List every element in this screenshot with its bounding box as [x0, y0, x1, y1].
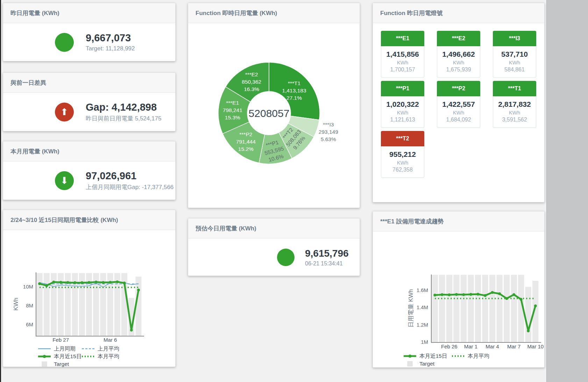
card-title: 預估今日用電量 (KWh) [188, 218, 360, 238]
tile-value: 1,422,557 [438, 100, 479, 109]
svg-text:10M: 10M [23, 284, 33, 290]
tile-unit: KWh [494, 110, 535, 116]
comparison-chart-legend: 上月同期上月平均本月近15日本月平均Target [38, 345, 126, 368]
stat-value: 9,667,073 [86, 32, 135, 44]
donut-center-total: 5208057 [249, 107, 290, 119]
legend-item[interactable]: 本月平均 [82, 353, 126, 360]
legend-thick-sample-icon [404, 353, 416, 359]
tile-target-value: 3,591,562 [494, 117, 535, 123]
svg-text:Mar 1: Mar 1 [464, 343, 477, 349]
legend-label: 上月同期 [54, 345, 76, 353]
device-tile-t2: ***T2955,212KWh762,358 [381, 131, 424, 178]
tile-value: 1,020,322 [382, 100, 423, 109]
device-tile-e1: ***E11,415,856KWh1,700,157 [381, 31, 424, 78]
tile-body: 1,422,557KWh1,684,092 [437, 96, 480, 128]
device-tiles-grid: ***E11,415,856KWh1,700,157***E21,496,662… [373, 23, 544, 178]
tile-unit: KWh [438, 110, 479, 116]
svg-text:1.4M: 1.4M [417, 304, 428, 310]
donut-slice-label: 798,241 [223, 107, 242, 113]
tile-status-header: ***T1 [493, 81, 536, 96]
svg-text:Feb 26: Feb 26 [441, 343, 458, 349]
card-title: ***E1 設備用電達成趨勢 [373, 211, 544, 231]
status-circle-icon [55, 33, 74, 52]
donut-slice-label: ***T1 [288, 80, 300, 86]
donut-slice-label: 293,149 [319, 129, 338, 135]
tile-unit: KWh [438, 60, 479, 65]
right-gutter [546, 0, 588, 382]
legend-item[interactable]: Target [404, 361, 452, 367]
card-yesterday-usage: 昨日用電量 (KWh) 9,667,073 Target: 11,128,992 [3, 3, 176, 61]
card-title: Function 昨日用電燈號 [373, 3, 544, 23]
arrow-up-icon: ⬆ [55, 103, 74, 121]
tile-unit: KWh [382, 60, 423, 65]
legend-thin-sample-icon [38, 346, 51, 352]
legend-item[interactable]: 上月平均 [82, 345, 126, 353]
tile-value: 1,415,856 [382, 50, 423, 58]
svg-text:Mar 4: Mar 4 [486, 343, 499, 349]
legend-label: 本月近15日 [54, 353, 82, 360]
svg-text:KWh: KWh [13, 298, 19, 311]
tile-status-header: ***E2 [437, 31, 480, 46]
card-realtime-donut: Function 即時日用電量 (KWh) ***T11,413,18327.1… [188, 3, 360, 208]
legend-label: 本月近15日 [419, 353, 447, 360]
legend-item[interactable]: Target [38, 361, 82, 367]
donut-slice-label: 1,413,183 [282, 88, 306, 93]
tile-target-value: 1,121,613 [382, 117, 423, 123]
tile-body: 1,496,662KWh1,675,939 [437, 46, 480, 78]
stat-subtitle: Target: 11,128,992 [86, 45, 135, 52]
legend-item[interactable]: 本月近15日 [38, 353, 82, 360]
legend-label: 本月平均 [468, 353, 489, 360]
svg-text:6M: 6M [26, 321, 33, 327]
tile-body: 537,710KWh584,861 [493, 46, 536, 78]
legend-thick-sample-icon [38, 354, 51, 359]
donut-slice-label: 27.1% [286, 95, 302, 101]
tile-body: 2,817,832KWh3,591,562 [493, 96, 536, 128]
svg-text:Mar 7: Mar 7 [507, 343, 520, 349]
card-title: 與前一日差異 [3, 73, 175, 93]
card-estimated-today: 預估今日用電量 (KWh) 9,615,796 06-21 15:34:41 [188, 218, 360, 276]
e1-trend-line-chart: 1M1.2M1.4M1.6MFeb 26Mar 1Mar 4Mar 7Mar 1… [373, 231, 544, 368]
svg-text:日用電量 KWh: 日用電量 KWh [408, 289, 414, 328]
device-tile-e2: ***E21,496,662KWh1,675,939 [437, 31, 480, 78]
legend-label: 本月平均 [98, 353, 119, 360]
tile-status-header: ***P2 [437, 81, 480, 96]
tile-value: 2,817,832 [494, 100, 535, 109]
device-tile-i3: ***I3537,710KWh584,861 [493, 31, 536, 78]
card-e1-trend: ***E1 設備用電達成趨勢 1M1.2M1.4M1.6MFeb 26Mar 1… [373, 211, 545, 368]
legend-dotted-sample-icon [452, 353, 465, 359]
legend-item[interactable]: 本月平均 [452, 353, 500, 360]
tile-target-value: 584,861 [494, 67, 535, 73]
legend-item[interactable]: 上月同期 [38, 345, 82, 353]
legend-label: 上月平均 [98, 345, 119, 353]
legend-label: Target [54, 361, 69, 367]
card-gap-prev-day: 與前一日差異 ⬆ Gap: 4,142,898 昨日與前日用電量 5,524,1… [3, 72, 176, 131]
tile-body: 955,212KWh762,358 [381, 146, 424, 178]
tile-unit: KWh [382, 160, 423, 166]
card-month-usage: 本月用電量 (KWh) ⬇ 97,026,961 上個月同期用電Gap: -17… [3, 141, 176, 200]
legend-label: Target [419, 361, 434, 367]
card-title: 本月用電量 (KWh) [3, 141, 175, 161]
svg-text:1.6M: 1.6M [417, 287, 428, 293]
legend-dotted-sample-icon [82, 354, 94, 359]
tile-status-header: ***T2 [381, 131, 424, 146]
device-tile-p2: ***P21,422,557KWh1,684,092 [437, 81, 480, 128]
realtime-usage-donut-chart: ***T11,413,18327.1%***I3293,1495.63%***T… [188, 23, 360, 208]
svg-text:1.2M: 1.2M [417, 322, 428, 328]
svg-text:Feb 27: Feb 27 [52, 337, 69, 343]
donut-slice-label: ***E1 [226, 100, 239, 106]
tile-body: 1,020,322KWh1,121,613 [381, 96, 424, 128]
status-circle-icon [277, 249, 295, 266]
arrow-down-icon: ⬇ [55, 171, 74, 190]
tile-status-header: ***I3 [493, 31, 536, 46]
stat-value: 9,615,796 [305, 248, 349, 259]
legend-square-sample-icon [38, 361, 51, 367]
stat-value: Gap: 4,142,898 [86, 102, 161, 113]
svg-text:1M: 1M [421, 339, 428, 345]
stat-subtitle: 上個月同期用電Gap: -17,377,566 [86, 183, 173, 191]
legend-item[interactable]: 本月近15日 [404, 353, 452, 360]
donut-slice-label: ***E2 [245, 71, 258, 77]
svg-text:Mar 10: Mar 10 [527, 343, 544, 349]
svg-text:Mar 6: Mar 6 [104, 337, 117, 343]
e1-chart-legend: 本月近15日本月平均Target [404, 352, 500, 368]
tile-unit: KWh [382, 110, 423, 116]
